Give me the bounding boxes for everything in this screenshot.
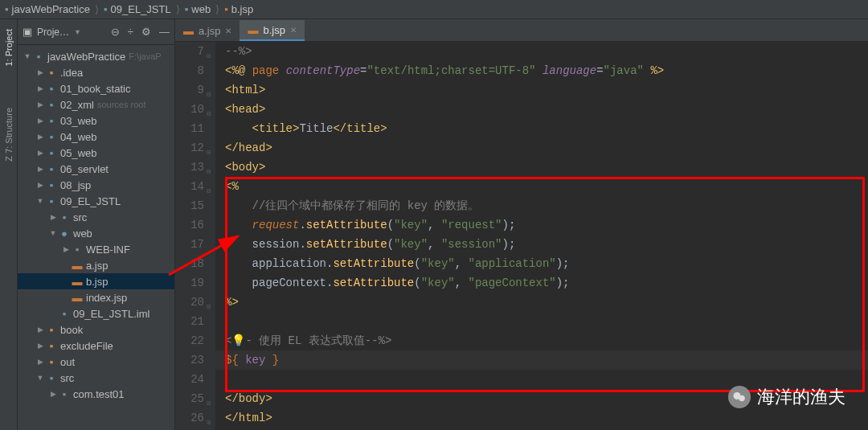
code-line-14[interactable]: <%	[215, 177, 868, 196]
gutter-line[interactable]: 7⊡	[175, 42, 204, 61]
tree-arrow-icon[interactable]: ▶	[35, 133, 45, 141]
close-icon[interactable]: ✕	[290, 26, 297, 35]
tree-arrow-icon[interactable]: ▶	[35, 84, 45, 92]
divide-icon[interactable]: ÷	[128, 26, 133, 38]
gutter-line[interactable]: 22	[175, 331, 204, 350]
code-line-26[interactable]: </html>	[215, 408, 868, 428]
fold-close-icon[interactable]: ⊡	[203, 47, 211, 55]
tree-node-08-jsp[interactable]: ▶▪08_jsp	[18, 177, 174, 193]
tree-node-01-book-static[interactable]: ▶▪01_book_static	[18, 80, 174, 96]
breadcrumb-item-3[interactable]: ▪b.jsp	[224, 3, 253, 15]
project-tree[interactable]: ▼▪javaWebPracticeF:\javaP▶▪.idea▶▪01_boo…	[18, 45, 174, 430]
tree-node-05-web[interactable]: ▶▪05_web	[18, 145, 174, 161]
tree-node-09-el-jstl[interactable]: ▼▪09_EL_JSTL	[18, 193, 174, 209]
code-line-12[interactable]: </head>	[215, 138, 868, 158]
gutter-line[interactable]: 10⊟	[175, 100, 204, 119]
tree-node-02-xml[interactable]: ▶▪02_xmlsources root	[18, 96, 174, 113]
editor-tab-b-jsp[interactable]: ▬b.jsp✕	[240, 20, 304, 41]
gutter-line[interactable]: 17	[175, 235, 204, 254]
code-line-23[interactable]: ${ key }	[215, 350, 868, 370]
breadcrumb-item-0[interactable]: ▪javaWebPractice	[5, 3, 90, 15]
gutter-line[interactable]: 8	[175, 61, 204, 80]
tree-arrow-icon[interactable]: ▶	[35, 165, 45, 173]
code-line-19[interactable]: pageContext.setAttribute("key", "pageCon…	[215, 273, 868, 293]
tree-node-06-servlet[interactable]: ▶▪06_servlet	[18, 161, 174, 177]
tree-node-javawebpractice[interactable]: ▼▪javaWebPracticeF:\javaP	[18, 48, 174, 64]
gutter-line[interactable]: 18	[175, 254, 204, 273]
gutter-line[interactable]: 24	[175, 370, 204, 389]
code-editor[interactable]: 7⊡89⊟10⊟1112⊡13⊟14⊟151617181920⊡21222324…	[175, 42, 868, 430]
sidebar-tab-1[interactable]: Z 7: Structure	[2, 103, 15, 166]
fold-open-icon[interactable]: ⊟	[203, 182, 211, 190]
tree-arrow-icon[interactable]: ▶	[48, 213, 58, 221]
gutter-line[interactable]: 19	[175, 273, 204, 293]
gutter-line[interactable]: 20⊡	[175, 293, 204, 312]
tree-node-src[interactable]: ▶▪src	[18, 209, 174, 225]
tree-node-03-web[interactable]: ▶▪03_web	[18, 113, 174, 129]
tree-arrow-icon[interactable]: ▶	[35, 68, 45, 76]
code-line-21[interactable]	[215, 312, 868, 331]
gutter-line[interactable]: 9⊟	[175, 80, 204, 100]
fold-close-icon[interactable]: ⊡	[203, 297, 211, 305]
code-line-22[interactable]: <💡- 使用 EL 表达式取值--%>	[215, 331, 868, 350]
fold-close-icon[interactable]: ⊡	[203, 413, 211, 421]
tree-arrow-icon[interactable]: ▶	[35, 342, 45, 350]
gutter-line[interactable]: 16	[175, 215, 204, 235]
tree-arrow-icon[interactable]: ▶	[48, 390, 58, 398]
code-line-10[interactable]: <head>	[215, 100, 868, 119]
gutter-line[interactable]: 26⊡	[175, 408, 204, 428]
tree-node-04-web[interactable]: ▶▪04_web	[18, 129, 174, 145]
code-line-11[interactable]: <title>Title</title>	[215, 119, 868, 138]
code-line-16[interactable]: request.setAttribute("key", "request");	[215, 215, 868, 235]
tree-arrow-icon[interactable]: ▶	[35, 149, 45, 157]
gutter-line[interactable]: 12⊡	[175, 138, 204, 158]
breadcrumb-item-1[interactable]: ▪09_EL_JSTL	[104, 3, 171, 15]
tree-arrow-icon[interactable]: ▶	[35, 100, 45, 109]
gutter-line[interactable]: 21	[175, 312, 204, 331]
code-line-18[interactable]: application.setAttribute("key", "applica…	[215, 254, 868, 273]
code-line-9[interactable]: <html>	[215, 80, 868, 100]
project-dropdown-icon[interactable]: ▼	[74, 28, 81, 36]
fold-open-icon[interactable]: ⊟	[203, 162, 211, 170]
tree-arrow-icon[interactable]: ▼	[35, 197, 45, 205]
tree-arrow-icon[interactable]: ▶	[35, 117, 45, 125]
fold-open-icon[interactable]: ⊟	[203, 104, 211, 113]
gear-icon[interactable]: ⚙	[141, 26, 151, 38]
code-body[interactable]: --%><%@ page contentType="text/html;char…	[215, 42, 868, 430]
tree-node-out[interactable]: ▶▪out	[18, 354, 174, 370]
intention-bulb-icon[interactable]: 💡	[231, 334, 245, 347]
code-line-17[interactable]: session.setAttribute("key", "session");	[215, 235, 868, 254]
tree-node-web-inf[interactable]: ▶▪WEB-INF	[18, 241, 174, 257]
close-icon[interactable]: ✕	[225, 27, 231, 35]
tree-arrow-icon[interactable]: ▶	[35, 181, 45, 189]
code-line-20[interactable]: %>	[215, 293, 868, 312]
tree-arrow-icon[interactable]: ▼	[48, 229, 58, 237]
tree-arrow-icon[interactable]: ▶	[61, 245, 71, 253]
sidebar-tab-0[interactable]: 1: Project	[2, 24, 15, 71]
tree-node-src[interactable]: ▼▪src	[18, 370, 174, 386]
gutter-line[interactable]: 15	[175, 196, 204, 215]
tree-node-excludefile[interactable]: ▶▪excludeFile	[18, 338, 174, 354]
gutter-line[interactable]: 23	[175, 350, 204, 370]
collapse-icon[interactable]: ⊖	[111, 26, 120, 38]
breadcrumb-item-2[interactable]: ▪web	[185, 3, 211, 15]
editor-tab-a-jsp[interactable]: ▬a.jsp✕	[175, 20, 240, 41]
tree-arrow-icon[interactable]: ▼	[23, 52, 32, 60]
tree-node--idea[interactable]: ▶▪.idea	[18, 64, 174, 80]
gutter-line[interactable]: 13⊟	[175, 158, 204, 177]
tree-node-com-test01[interactable]: ▶▪com.test01	[18, 386, 174, 402]
code-line-15[interactable]: //往四个域中都保存了相同的 key 的数据。	[215, 196, 868, 215]
hide-icon[interactable]: —	[159, 26, 170, 38]
code-line-8[interactable]: <%@ page contentType="text/html;charset=…	[215, 61, 868, 80]
tree-arrow-icon[interactable]: ▶	[35, 326, 45, 334]
fold-close-icon[interactable]: ⊡	[203, 143, 211, 151]
tree-node-book[interactable]: ▶▪book	[18, 321, 174, 338]
gutter-line[interactable]: 11	[175, 119, 204, 138]
tree-arrow-icon[interactable]: ▶	[35, 358, 45, 366]
tree-node-09-el-jstl-iml[interactable]: ▪09_EL_JSTL.iml	[18, 305, 174, 321]
tree-node-index-jsp[interactable]: ▬index.jsp	[18, 289, 174, 305]
tree-arrow-icon[interactable]: ▼	[35, 374, 45, 382]
code-line-13[interactable]: <body>	[215, 158, 868, 177]
code-line-7[interactable]: --%>	[215, 42, 868, 61]
tree-node-a-jsp[interactable]: ▬a.jsp	[18, 257, 174, 273]
